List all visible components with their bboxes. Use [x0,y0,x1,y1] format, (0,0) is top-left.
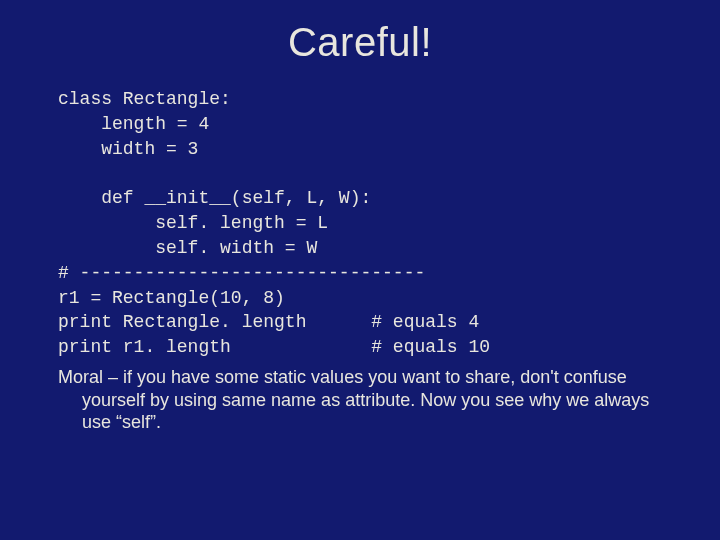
code-line: self. length = L [58,213,328,233]
code-line: length = 4 [58,114,209,134]
code-line: width = 3 [58,139,198,159]
code-line: self. width = W [58,238,317,258]
code-line: # -------------------------------- [58,263,425,283]
slide-title: Careful! [40,20,680,65]
moral-text: Moral – if you have some static values y… [58,366,662,434]
code-line: print Rectangle. length # equals 4 [58,312,479,332]
code-line: def __init__(self, L, W): [58,188,371,208]
slide: Careful! class Rectangle: length = 4 wid… [0,0,720,540]
code-line: print r1. length # equals 10 [58,337,490,357]
code-line: r1 = Rectangle(10, 8) [58,288,285,308]
code-line: class Rectangle: [58,89,231,109]
code-block: class Rectangle: length = 4 width = 3 de… [58,87,680,360]
